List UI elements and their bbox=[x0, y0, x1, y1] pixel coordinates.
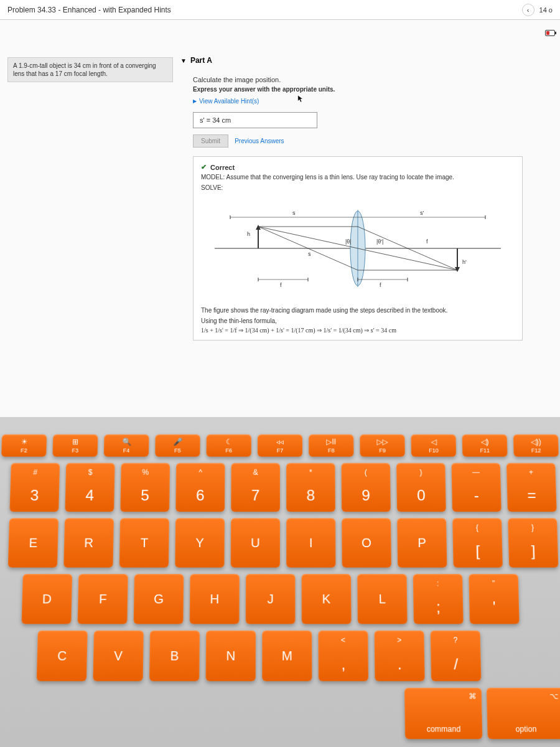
page-header: Problem 34.33 - Enhanced - with Expanded… bbox=[0, 0, 560, 20]
num-row: #3$4%5^6&7*8(9)0—-+= bbox=[0, 463, 560, 512]
formula-intro: Using the thin-lens formula, bbox=[201, 317, 515, 324]
key-4[interactable]: $4 bbox=[65, 463, 114, 512]
answer-panel: ▼ Part A Calculate the image position. E… bbox=[180, 20, 560, 417]
command-key[interactable]: ⌘ command bbox=[404, 688, 482, 739]
zxcv-row: CVBNM<,>.?/ bbox=[0, 631, 560, 681]
correct-status: ✔ Correct bbox=[201, 163, 515, 171]
fn-key-F9[interactable]: ▷▷F9 bbox=[360, 435, 405, 457]
key-R[interactable]: R bbox=[63, 518, 114, 567]
fn-key-F2[interactable]: ☀F2 bbox=[1, 435, 47, 457]
solve-label: SOLVE: bbox=[201, 184, 515, 191]
hint-toggle[interactable]: ▶ View Available Hint(s) bbox=[193, 98, 548, 105]
key-T[interactable]: T bbox=[119, 518, 169, 567]
svg-text:s: s bbox=[308, 251, 311, 257]
fn-key-F8[interactable]: ▷IIF8 bbox=[309, 435, 353, 457]
key-N[interactable]: N bbox=[206, 631, 256, 681]
key-H[interactable]: H bbox=[190, 574, 240, 624]
asdf-row: DFGHJKL:;"' bbox=[0, 574, 560, 624]
cursor-icon bbox=[297, 95, 304, 103]
key-L[interactable]: L bbox=[357, 574, 408, 624]
fn-row: ☀F2⊞F3🔍F4🎤F5☾F6◃◃F7▷IIF8▷▷F9◁F10◁)F11◁))… bbox=[0, 435, 560, 457]
key-6[interactable]: ^6 bbox=[175, 463, 225, 512]
formula: 1/s + 1/s' = 1/f ⇒ 1/(34 cm) + 1/s' = 1/… bbox=[201, 327, 515, 334]
key-G[interactable]: G bbox=[134, 574, 184, 624]
key-P[interactable]: P bbox=[397, 518, 447, 567]
key-C[interactable]: C bbox=[37, 631, 88, 681]
problem-title: Problem 34.33 - Enhanced - with Expanded… bbox=[7, 6, 171, 14]
key-5[interactable]: %5 bbox=[120, 463, 170, 512]
fn-key-F12[interactable]: ◁))F12 bbox=[513, 435, 559, 457]
fn-key-F10[interactable]: ◁F10 bbox=[411, 435, 456, 457]
svg-text:f: f bbox=[426, 238, 428, 245]
battery-icon bbox=[545, 30, 555, 36]
modifier-row: ⌘ command ⌥ option bbox=[0, 688, 560, 739]
key-punct[interactable]: <, bbox=[318, 631, 368, 681]
fn-key-F4[interactable]: 🔍F4 bbox=[104, 435, 149, 457]
fn-key-F5[interactable]: 🎤F5 bbox=[155, 435, 200, 457]
header-nav: ‹ 14 o bbox=[522, 4, 553, 16]
svg-text:h: h bbox=[247, 231, 250, 237]
ray-diagram: h h' s s' bbox=[201, 199, 515, 298]
hint-caret-icon: ▶ bbox=[193, 98, 197, 104]
svg-text:h': h' bbox=[462, 259, 467, 265]
key-F[interactable]: F bbox=[78, 574, 128, 624]
collapse-icon: ▼ bbox=[180, 57, 187, 64]
key--[interactable]: —- bbox=[451, 463, 501, 512]
key-E[interactable]: E bbox=[8, 518, 58, 567]
key-9[interactable]: (9 bbox=[342, 463, 391, 512]
svg-text:s: s bbox=[292, 210, 296, 216]
hint-label: View Available Hint(s) bbox=[199, 98, 259, 105]
answer-input[interactable]: s' = 34 cm bbox=[193, 112, 317, 128]
keyboard: ☀F2⊞F3🔍F4🎤F5☾F6◃◃F7▷IIF8▷▷F9◁F10◁)F11◁))… bbox=[0, 417, 560, 747]
key-punct[interactable]: >. bbox=[375, 631, 425, 681]
problem-panel: A 1.9-cm-tall object is 34 cm in front o… bbox=[0, 20, 180, 417]
key-punct[interactable]: :; bbox=[413, 574, 464, 624]
prev-nav-button[interactable]: ‹ bbox=[522, 4, 534, 16]
key-8[interactable]: *8 bbox=[286, 463, 335, 512]
key-bracket[interactable]: }] bbox=[508, 518, 558, 567]
key-I[interactable]: I bbox=[286, 518, 335, 567]
part-content: Calculate the image position. Express yo… bbox=[180, 70, 548, 341]
svg-text:|θ'|: |θ'| bbox=[376, 238, 383, 245]
status-label: Correct bbox=[210, 164, 235, 171]
svg-text:s': s' bbox=[420, 210, 424, 216]
page-indicator: 14 o bbox=[539, 6, 553, 14]
key-bracket[interactable]: {[ bbox=[452, 518, 503, 567]
key-3[interactable]: #3 bbox=[9, 463, 60, 512]
key-D[interactable]: D bbox=[22, 574, 73, 624]
svg-text:|θ|: |θ| bbox=[345, 238, 352, 245]
submit-button[interactable]: Submit bbox=[193, 134, 228, 148]
instruction-text: Calculate the image position. bbox=[193, 76, 548, 83]
fn-key-F11[interactable]: ◁)F11 bbox=[462, 435, 508, 457]
previous-answers-link[interactable]: Previous Answers bbox=[235, 138, 284, 144]
svg-text:f: f bbox=[280, 282, 282, 288]
svg-text:f: f bbox=[380, 282, 381, 288]
feedback-box: ✔ Correct MODEL: Assume that the converg… bbox=[193, 156, 523, 341]
key-0[interactable]: )0 bbox=[396, 463, 446, 512]
key-punct[interactable]: ?/ bbox=[431, 631, 482, 681]
fn-key-F6[interactable]: ☾F6 bbox=[206, 435, 251, 457]
check-icon: ✔ bbox=[201, 163, 207, 171]
key-punct[interactable]: "' bbox=[469, 574, 520, 624]
part-label: Part A bbox=[190, 56, 212, 65]
key-V[interactable]: V bbox=[93, 631, 144, 681]
figure-caption: The figure shows the ray-tracing diagram… bbox=[201, 307, 515, 314]
key-O[interactable]: O bbox=[342, 518, 391, 567]
key-=[interactable]: += bbox=[506, 463, 557, 512]
fn-key-F7[interactable]: ◃◃F7 bbox=[258, 435, 302, 457]
key-K[interactable]: K bbox=[302, 574, 352, 624]
key-7[interactable]: &7 bbox=[231, 463, 280, 512]
model-text: MODEL: Assume that the converging lens i… bbox=[201, 174, 515, 181]
key-J[interactable]: J bbox=[246, 574, 296, 624]
problem-statement: A 1.9-cm-tall object is 34 cm in front o… bbox=[7, 57, 173, 82]
key-U[interactable]: U bbox=[231, 518, 280, 567]
fn-key-F3[interactable]: ⊞F3 bbox=[52, 435, 98, 457]
content-area: A 1.9-cm-tall object is 34 cm in front o… bbox=[0, 20, 560, 417]
qwerty-row: ERTYUIOP{[}] bbox=[0, 518, 560, 567]
option-key[interactable]: ⌥ option bbox=[487, 688, 560, 739]
answer-format: Express your answer with the appropriate… bbox=[193, 86, 548, 93]
key-M[interactable]: M bbox=[262, 631, 312, 681]
key-Y[interactable]: Y bbox=[175, 518, 225, 567]
key-B[interactable]: B bbox=[149, 631, 200, 681]
part-header[interactable]: ▼ Part A bbox=[180, 51, 548, 70]
